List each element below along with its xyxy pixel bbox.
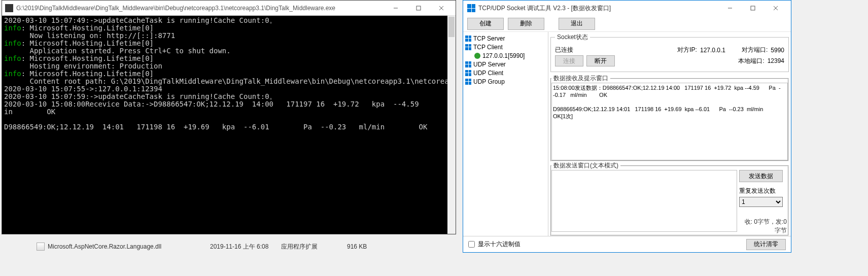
console-line: Now listening on: http://[::]:8771 [4,32,454,40]
socket-type-icon [465,44,471,50]
scrollbar-thumb[interactable] [448,17,455,37]
socket-type-icon [465,61,471,67]
console-line: Content root path: G:\2019\DingTalkMiddl… [4,78,454,85]
tree-item[interactable]: 127.0.0.1[5990] [465,51,546,60]
console-line: 2020-03-10 15:07:59:->updateCacheTask is… [4,93,454,100]
console-line: info: Microsoft.Hosting.Lifetime[0] [4,24,454,32]
tree-item[interactable]: UDP Group [465,77,546,86]
recv-group: 数据接收及提示窗口 [550,74,789,161]
file-size: 916 KB [347,243,388,250]
console-line: D98866549:OK;12.12.19 14:01 171198 16 +1… [4,123,454,131]
console-line: Hosting environment: Production [4,62,454,70]
console-output[interactable]: 2020-03-10 15:07:49:->updateCacheTask is… [2,16,456,234]
tree-item-label: 127.0.0.1[5990] [482,52,525,59]
file-date: 2019-11-16 上午 6:08 [210,243,281,251]
minimize-button[interactable] [384,1,407,15]
console-window: G:\2019\DingTalkMiddleware\DingTalk_Midd… [2,0,456,234]
file-type: 应用程序扩展 [281,243,347,251]
socket-right-panel: Socket状态 已连接 对方IP: 127.0.0.1 对方端口: 5990 … [548,32,791,236]
tree-item-label: TCP Server [473,35,505,42]
connected-label: 已连接 [555,46,606,54]
status-legend: Socket状态 [555,33,590,42]
console-line: 2020-03-10 15:08:00Recevice Data:->D9886… [4,100,454,108]
socket-main: TCP ServerTCP Client127.0.0.1[5990]UDP S… [463,32,791,236]
console-line [4,116,454,123]
socket-tool-window: TCP/UDP Socket 调试工具 V2.3 - [数据收发窗口] 创建 删… [463,0,791,253]
socket-toolbar: 创建 删除 退出 [463,16,791,32]
console-line: info: Microsoft.Hosting.Lifetime[0] [4,40,454,47]
close-button[interactable] [430,1,453,15]
peer-ip-label: 对方IP: [677,46,697,54]
peer-port-label: 对方端口: [742,46,768,54]
console-line: 2020-03-10 15:07:49:->updateCacheTask is… [4,17,454,24]
create-button[interactable]: 创建 [467,18,504,30]
console-line: 2020-03-10 15:07:55->:127.0.0.1:12394 [4,85,454,93]
socket-type-icon [465,36,471,42]
maximize-button[interactable] [741,1,764,15]
socket-type-icon [465,70,471,76]
socket-bottom-bar: 显示十六进制值 统计清零 [463,236,791,252]
hex-checkbox[interactable] [468,241,475,248]
delete-button[interactable]: 删除 [508,18,544,30]
console-title: G:\2019\DingTalkMiddleware\DingTalk_Midd… [16,5,384,12]
socket-window-controls [718,1,787,15]
exit-button[interactable]: 退出 [559,18,595,30]
tree-item-label: UDP Group [473,78,505,85]
console-line: in OK [4,108,454,116]
dll-file-icon [37,243,45,251]
minimize-button[interactable] [718,1,741,15]
stat-clear-button[interactable]: 统计清零 [746,239,786,250]
connect-button[interactable]: 连接 [555,55,583,66]
tree-item[interactable]: UDP Server [465,60,546,68]
local-port-value: 12394 [768,57,784,64]
svg-rect-5 [751,6,755,10]
file-name: Microsoft.AspNetCore.Razor.Language.dll [48,243,210,250]
tree-item-label: UDP Client [473,70,503,77]
console-line: info: Microsoft.Hosting.Lifetime[0] [4,70,454,78]
close-button[interactable] [764,1,787,15]
console-scrollbar[interactable] [447,16,456,234]
tree-item[interactable]: TCP Client [465,43,546,51]
console-titlebar[interactable]: G:\2019\DingTalkMiddleware\DingTalk_Midd… [2,1,456,16]
socket-type-icon [465,79,471,85]
console-line: info: Microsoft.Hosting.Lifetime[0] [4,55,454,62]
tree-item[interactable]: TCP Server [465,34,546,43]
socket-title: TCP/UDP Socket 调试工具 V2.3 - [数据收发窗口] [478,4,718,13]
tree-item-label: TCP Client [473,44,503,51]
send-legend: 数据发送窗口(文本模式) [551,161,620,170]
file-list-row[interactable]: Microsoft.AspNetCore.Razor.Language.dll … [37,241,453,252]
console-window-controls [384,1,453,15]
tree-item[interactable]: UDP Client [465,68,546,77]
socket-titlebar[interactable]: TCP/UDP Socket 调试工具 V2.3 - [数据收发窗口] [463,1,791,16]
repeat-count-select[interactable]: 1 [739,197,783,207]
send-group: 数据发送窗口(文本模式) 发送数据 重复发送次数 1 收: 0字节，发:0字节 [550,161,789,236]
local-port-label: 本地端口: [738,57,764,65]
maximize-button[interactable] [407,1,430,15]
tree-item-label: UDP Server [473,61,506,68]
hex-checkbox-label[interactable]: 显示十六进制值 [468,240,520,249]
hex-label-text: 显示十六进制值 [478,240,520,249]
disconnect-button[interactable]: 断开 [586,55,615,66]
svg-rect-1 [416,6,421,10]
console-line: Application started. Press Ctrl+C to shu… [4,47,454,55]
send-data-button[interactable]: 发送数据 [739,170,783,182]
repeat-label: 重复发送次数 [739,187,776,195]
socket-app-icon [467,4,475,12]
send-textarea[interactable] [551,170,737,232]
io-stats: 收: 0字节，发:0字节 [739,218,788,235]
socket-status-group: Socket状态 已连接 对方IP: 127.0.0.1 对方端口: 5990 … [550,33,789,72]
peer-port-value: 5990 [771,47,784,54]
send-side-panel: 发送数据 重复发送次数 1 收: 0字节，发:0字节 [739,170,788,235]
connection-active-icon [474,53,480,59]
recv-textarea[interactable] [551,83,788,160]
console-exe-icon [5,4,13,12]
peer-ip-value: 127.0.0.1 [700,47,739,54]
socket-tree[interactable]: TCP ServerTCP Client127.0.0.1[5990]UDP S… [463,32,548,236]
recv-legend: 数据接收及提示窗口 [551,74,610,83]
